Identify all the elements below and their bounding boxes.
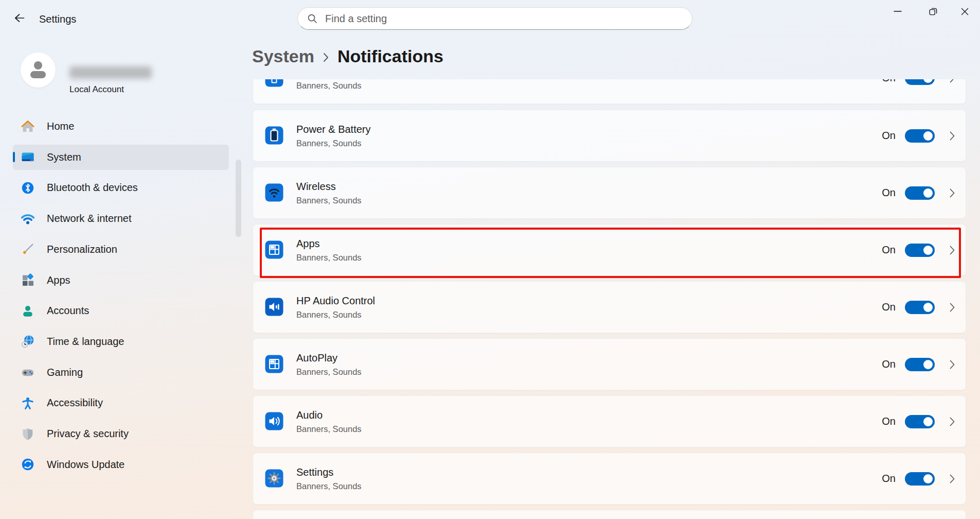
row-subtitle: Banners, Sounds	[296, 482, 362, 491]
search-input[interactable]	[324, 12, 683, 25]
minimize-button[interactable]	[882, 0, 914, 25]
person-icon	[27, 58, 49, 82]
notification-toggle[interactable]	[905, 129, 935, 143]
power-battery-icon	[265, 126, 283, 145]
notification-row-partial-top[interactable]: Banners, Sounds On	[253, 79, 966, 104]
toggle-state-label: On	[882, 130, 896, 142]
hp-audio-icon	[265, 298, 283, 316]
row-title: HP Audio Control	[296, 296, 375, 306]
notification-row-audio[interactable]: Audio Banners, Sounds On	[253, 395, 966, 447]
toggle-knob	[923, 360, 933, 369]
toggle-state-label: On	[882, 244, 896, 256]
toggle-state-label: On	[882, 416, 896, 427]
autoplay-icon	[265, 355, 283, 373]
notification-list: Banners, Sounds On Power & Battery Banne…	[0, 79, 980, 519]
row-subtitle: Banners, Sounds	[296, 253, 362, 262]
notification-row-apps[interactable]: Apps Banners, Sounds On	[253, 224, 966, 276]
notification-toggle[interactable]	[905, 244, 935, 257]
toggle-knob	[923, 474, 933, 483]
restore-button[interactable]	[917, 0, 949, 25]
toggle-knob	[923, 131, 933, 141]
row-subtitle: Banners, Sounds	[296, 196, 362, 205]
notification-row-hp-audio-control[interactable]: HP Audio Control Banners, Sounds On	[253, 281, 966, 333]
settings-gear-icon	[265, 469, 283, 488]
row-title: Audio	[296, 410, 323, 421]
search-icon	[307, 13, 317, 24]
row-title: Power & Battery	[296, 124, 371, 135]
row-title: Apps	[296, 238, 320, 249]
notification-row-autoplay[interactable]: AutoPlay Banners, Sounds On	[253, 338, 966, 390]
row-title: Settings	[296, 467, 333, 478]
row-subtitle: Banners, Sounds	[296, 425, 362, 434]
toggle-knob	[923, 417, 933, 426]
chevron-right-icon	[950, 131, 955, 141]
close-button[interactable]	[950, 0, 979, 25]
notification-row-settings[interactable]: Settings Banners, Sounds On	[253, 453, 966, 505]
list-card-partial-bottom[interactable]	[253, 510, 966, 519]
back-arrow-icon	[13, 12, 25, 26]
row-subtitle: Banners, Sounds	[296, 81, 362, 90]
toggle-state-label: On	[882, 301, 896, 313]
notification-row-power-battery[interactable]: Power & Battery Banners, Sounds On	[253, 110, 966, 162]
app-clipped-icon	[265, 79, 283, 87]
notification-toggle[interactable]	[905, 415, 935, 428]
chevron-right-icon	[950, 417, 955, 426]
toggle-knob	[923, 246, 933, 255]
toggle-knob	[923, 188, 933, 198]
minimize-icon	[894, 7, 902, 18]
chevron-right-icon	[950, 474, 955, 483]
app-title: Settings	[39, 13, 76, 25]
chevron-right-icon	[950, 188, 955, 198]
chevron-right-icon	[950, 79, 955, 83]
row-title: Wireless	[296, 181, 336, 192]
chevron-right-icon	[323, 53, 329, 62]
row-subtitle: Banners, Sounds	[296, 310, 362, 319]
breadcrumb-parent[interactable]: System	[252, 46, 314, 66]
row-subtitle: Banners, Sounds	[296, 368, 362, 376]
row-subtitle: Banners, Sounds	[296, 139, 362, 148]
notification-toggle[interactable]	[905, 472, 935, 486]
toggle-state-label: On	[882, 79, 896, 84]
notification-toggle[interactable]	[905, 79, 935, 85]
toggle-state-label: On	[882, 187, 896, 199]
chevron-right-icon	[950, 360, 955, 369]
wireless-icon	[265, 183, 283, 202]
user-name-redacted	[69, 66, 152, 79]
page-title: Notifications	[337, 46, 443, 66]
toggle-knob	[923, 303, 933, 312]
restore-icon	[929, 7, 937, 18]
toggle-state-label: On	[882, 473, 896, 485]
notification-toggle[interactable]	[905, 186, 935, 200]
chevron-right-icon	[950, 303, 955, 312]
back-button[interactable]	[11, 11, 27, 27]
breadcrumb: System Notifications	[252, 46, 443, 66]
apps-grid-icon	[265, 240, 283, 259]
highlight-annotation	[260, 228, 961, 278]
notification-toggle[interactable]	[905, 301, 935, 314]
notification-row-wireless[interactable]: Wireless Banners, Sounds On	[253, 167, 966, 219]
row-title: AutoPlay	[296, 353, 337, 364]
toggle-state-label: On	[882, 358, 896, 370]
toggle-knob	[923, 79, 933, 83]
search-box[interactable]	[297, 7, 692, 30]
notification-toggle[interactable]	[905, 358, 935, 371]
audio-speaker-icon	[265, 412, 283, 430]
chevron-right-icon	[950, 246, 955, 255]
close-icon	[961, 8, 969, 18]
